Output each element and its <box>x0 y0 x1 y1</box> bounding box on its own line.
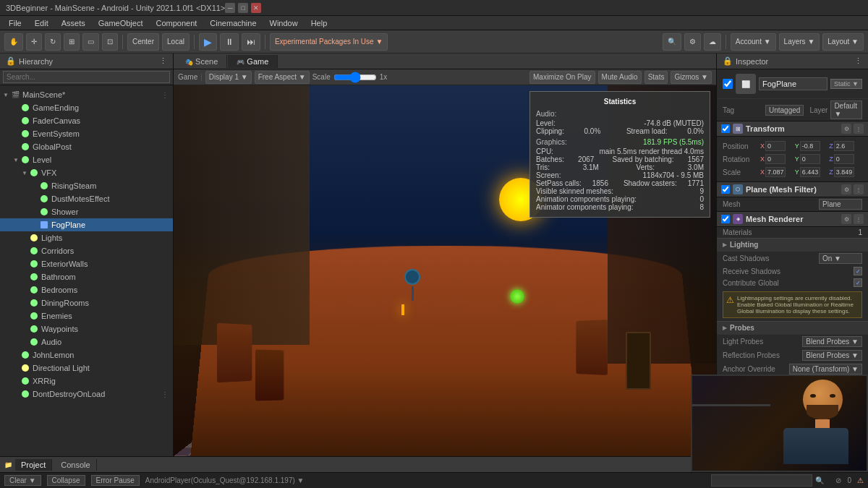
display-dropdown[interactable]: Display 1 ▼ <box>205 71 252 84</box>
mr-settings-icon[interactable]: ⚙ <box>841 214 851 224</box>
hand-tool[interactable]: ✋ <box>4 33 23 51</box>
close-button[interactable]: ✕ <box>251 3 261 13</box>
rotation-y-input[interactable] <box>800 154 820 164</box>
reflection-probes-dropdown[interactable]: Blend Probes ▼ <box>802 350 862 361</box>
mesh-filter-overflow-icon[interactable]: ⋮ <box>854 184 864 194</box>
hier-level[interactable]: ▼ Level <box>0 153 173 166</box>
hier-bedrooms[interactable]: Bedrooms <box>0 283 173 296</box>
layers-button[interactable]: Layers ▼ <box>779 33 820 51</box>
layer-dropdown[interactable]: Default ▼ <box>830 100 862 119</box>
maximize-button[interactable]: □ <box>238 3 248 13</box>
menu-component[interactable]: Component <box>150 17 203 29</box>
mr-overflow-icon[interactable]: ⋮ <box>854 214 864 224</box>
options-dontdestroy[interactable]: ⋮ <box>161 390 173 398</box>
menu-window[interactable]: Window <box>264 17 304 29</box>
move-tool[interactable]: ✛ <box>26 33 42 51</box>
menu-help[interactable]: Help <box>305 17 333 29</box>
position-x-input[interactable] <box>765 141 786 151</box>
hierarchy-menu-icon[interactable]: ⋮ <box>159 56 167 66</box>
hier-mainscene[interactable]: ▼ 🎬 MainScene* ⋮ <box>0 88 173 101</box>
game-tab[interactable]: 🎮 Game <box>228 55 278 68</box>
menu-file[interactable]: File <box>3 17 27 29</box>
probes-section-header[interactable]: ▶ Probes <box>717 321 868 335</box>
hier-xrrig[interactable]: XRRig <box>0 374 173 388</box>
aspect-dropdown[interactable]: Free Aspect ▼ <box>255 71 310 84</box>
game-viewport[interactable]: Statistics Audio: Level: -74.8 dB (MUTED… <box>174 85 716 456</box>
options-mainscene[interactable]: ⋮ <box>161 91 173 99</box>
mesh-renderer-header[interactable]: ◈ Mesh Renderer ⚙ ⋮ <box>717 211 868 227</box>
gizmos-dropdown[interactable]: Gizmos ▼ <box>671 71 712 84</box>
hier-lights[interactable]: Lights <box>0 231 173 244</box>
hier-johnlemon[interactable]: JohnLemon <box>0 348 173 361</box>
scale-slider[interactable] <box>333 74 377 81</box>
contribute-global-checkbox[interactable]: ✓ <box>854 278 862 287</box>
step-button[interactable]: ⏭ <box>242 33 260 51</box>
anchor-override-dropdown[interactable]: None (Transform) ▼ <box>789 364 862 374</box>
mesh-value-dropdown[interactable]: Plane <box>819 199 862 210</box>
mute-audio[interactable]: Mute Audio <box>598 71 642 84</box>
play-button[interactable]: ▶ <box>199 33 217 51</box>
rotate-tool[interactable]: ↻ <box>45 33 61 51</box>
tag-dropdown[interactable]: Untagged <box>765 105 804 116</box>
cloud-button[interactable]: ☁ <box>704 33 721 51</box>
hierarchy-search-input[interactable] <box>3 71 170 83</box>
hier-dontdestroy[interactable]: DontDestroyOnLoad ⋮ <box>0 388 173 401</box>
transform-overflow-icon[interactable]: ⋮ <box>854 124 864 134</box>
transform-settings-icon[interactable]: ⚙ <box>841 124 851 134</box>
scale-y-input[interactable] <box>800 167 820 177</box>
experimental-packages-dropdown[interactable]: Experimental Packages In Use ▼ <box>270 33 388 51</box>
local-button[interactable]: Local <box>162 33 190 51</box>
scene-tab[interactable]: 🎭 Scene <box>176 55 227 68</box>
console-tab[interactable]: Console <box>55 459 96 471</box>
hier-waypoints[interactable]: Waypoints <box>0 322 173 335</box>
hier-gameending[interactable]: GameEnding <box>0 101 173 114</box>
object-active-checkbox[interactable] <box>723 79 733 89</box>
hier-diningrooms[interactable]: DiningRooms <box>0 296 173 309</box>
maximize-on-play[interactable]: Maximize On Play <box>529 71 595 84</box>
hier-corridors[interactable]: Corridors <box>0 244 173 257</box>
error-pause-button[interactable]: Error Pause <box>91 475 140 486</box>
layout-button[interactable]: Layout ▼ <box>822 33 864 51</box>
static-dropdown[interactable]: Static ▼ <box>830 79 862 89</box>
mesh-filter-header[interactable]: ⬡ Plane (Mesh Filter) ⚙ ⋮ <box>717 181 868 197</box>
hier-bathroom[interactable]: Bathroom <box>0 270 173 283</box>
search-button[interactable]: 🔍 <box>663 33 681 51</box>
transform-tool[interactable]: ⊡ <box>102 33 118 51</box>
hier-enemies[interactable]: Enemies <box>0 309 173 322</box>
position-y-input[interactable] <box>800 141 820 151</box>
lighting-section-header[interactable]: ▶ Lighting <box>717 238 868 252</box>
hier-fogplane[interactable]: FogPlane <box>0 218 173 231</box>
transform-component-header[interactable]: ⊞ Transform ⚙ ⋮ <box>717 121 868 137</box>
device-dropdown[interactable]: AndroidPlayer(Oculus_Quest@192.168.1.197… <box>145 476 305 484</box>
minimize-button[interactable]: ─ <box>225 3 235 13</box>
settings-button[interactable]: ⚙ <box>684 33 701 51</box>
scale-z-input[interactable] <box>834 167 854 177</box>
menu-gameobject[interactable]: GameObject <box>93 17 149 29</box>
scale-x-input[interactable] <box>765 167 786 177</box>
hier-audio[interactable]: Audio <box>0 335 173 348</box>
rotation-x-input[interactable] <box>765 154 786 164</box>
menu-assets[interactable]: Assets <box>56 17 91 29</box>
hier-fadercanvas[interactable]: FaderCanvas <box>0 114 173 127</box>
mesh-filter-settings-icon[interactable]: ⚙ <box>841 184 851 194</box>
rect-tool[interactable]: ▭ <box>82 33 99 51</box>
inspector-menu-icon[interactable]: ⋮ <box>854 56 862 66</box>
position-z-input[interactable] <box>834 141 854 151</box>
hier-vfx[interactable]: ▼ VFX <box>0 166 173 179</box>
collapse-button[interactable]: Collapse <box>47 475 85 486</box>
object-name-input[interactable] <box>759 77 827 90</box>
mesh-filter-checkbox[interactable] <box>721 185 730 194</box>
receive-shadows-checkbox[interactable]: ✓ <box>854 267 862 275</box>
rotation-z-input[interactable] <box>834 154 854 164</box>
transform-active-checkbox[interactable] <box>721 124 730 133</box>
hier-risingsteam[interactable]: RisingSteam <box>0 179 173 192</box>
hier-directionallight[interactable]: Directional Light <box>0 361 173 374</box>
center-button[interactable]: Center <box>127 33 159 51</box>
hier-exteriorwalls[interactable]: ExteriorWalls <box>0 257 173 270</box>
menu-edit[interactable]: Edit <box>29 17 54 29</box>
scale-tool[interactable]: ⊞ <box>64 33 80 51</box>
hier-shower[interactable]: Shower <box>0 205 173 218</box>
project-tab[interactable]: Project <box>15 459 52 471</box>
hier-eventsystem[interactable]: EventSystem <box>0 127 173 140</box>
hier-globalpost[interactable]: GlobalPost <box>0 140 173 153</box>
